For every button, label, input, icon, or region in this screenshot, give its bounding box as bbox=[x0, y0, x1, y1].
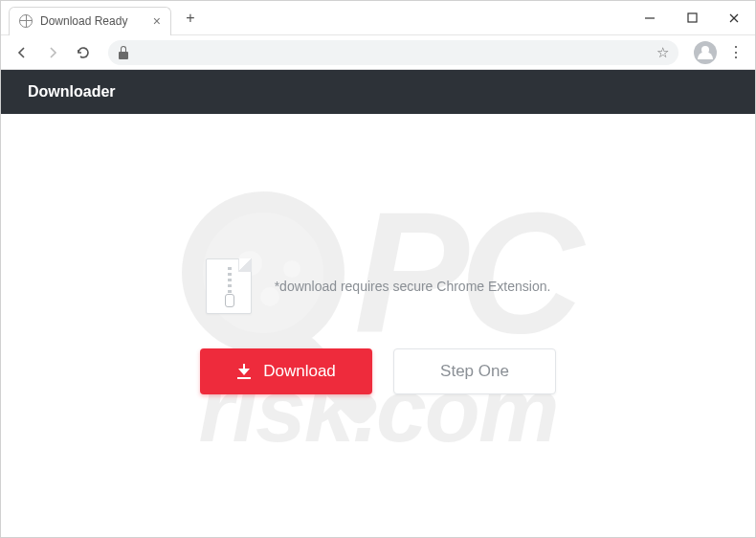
minimize-icon bbox=[644, 12, 656, 24]
maximize-icon bbox=[687, 12, 698, 23]
address-bar[interactable]: ☆ bbox=[108, 40, 678, 65]
page-header: Downloader bbox=[1, 70, 755, 114]
close-button[interactable] bbox=[713, 1, 755, 35]
info-row: *download requires secure Chrome Extensi… bbox=[206, 258, 551, 314]
window-controls bbox=[629, 1, 755, 35]
file-zip-icon bbox=[206, 258, 252, 314]
step-one-button-label: Step One bbox=[440, 362, 509, 381]
info-text: *download requires secure Chrome Extensi… bbox=[275, 279, 551, 294]
avatar-icon bbox=[698, 46, 713, 59]
new-tab-button[interactable]: + bbox=[177, 5, 204, 32]
forward-icon bbox=[45, 45, 60, 60]
step-one-button[interactable]: Step One bbox=[393, 348, 556, 394]
download-button[interactable]: Download bbox=[200, 348, 372, 394]
profile-avatar[interactable] bbox=[694, 41, 717, 64]
download-button-label: Download bbox=[263, 362, 336, 381]
download-icon bbox=[236, 364, 252, 379]
minimize-button[interactable] bbox=[629, 1, 671, 35]
browser-tab[interactable]: Download Ready × bbox=[9, 7, 171, 35]
browser-toolbar: ☆ ⋮ bbox=[1, 35, 755, 70]
reload-icon bbox=[76, 45, 91, 60]
svg-rect-1 bbox=[688, 13, 697, 22]
button-row: Download Step One bbox=[200, 348, 556, 394]
menu-button[interactable]: ⋮ bbox=[724, 43, 747, 61]
page-content: PC risk.com *download requires secure Ch… bbox=[1, 114, 755, 538]
window-titlebar: Download Ready × + bbox=[1, 1, 755, 35]
page-title: Downloader bbox=[28, 83, 116, 101]
forward-button[interactable] bbox=[39, 39, 66, 66]
globe-icon bbox=[19, 14, 33, 28]
reload-button[interactable] bbox=[70, 39, 97, 66]
tab-close-icon[interactable]: × bbox=[153, 13, 161, 29]
back-icon bbox=[14, 45, 30, 60]
tab-title: Download Ready bbox=[40, 14, 145, 28]
lock-icon bbox=[118, 46, 129, 59]
maximize-button[interactable] bbox=[671, 1, 713, 35]
back-button[interactable] bbox=[9, 39, 35, 66]
close-icon bbox=[728, 12, 740, 24]
main-panel: *download requires secure Chrome Extensi… bbox=[200, 258, 556, 394]
bookmark-star-icon[interactable]: ☆ bbox=[656, 44, 669, 61]
